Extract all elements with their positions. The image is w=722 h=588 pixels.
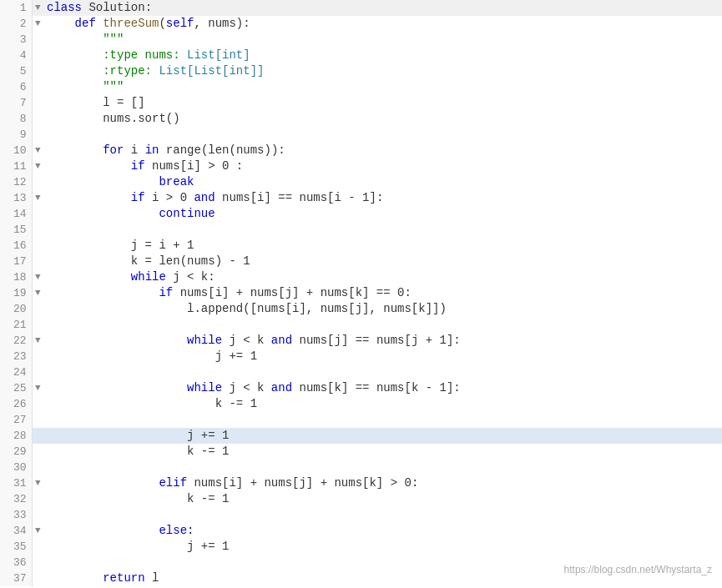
line-number: 21 <box>0 317 32 333</box>
code-line: while j < k and nums[j] == nums[j + 1]: <box>43 333 722 349</box>
code-line: else: <box>43 523 722 539</box>
code-token: self <box>166 17 194 30</box>
fold-icon[interactable]: ▼ <box>32 143 43 158</box>
code-token: """ <box>47 80 124 93</box>
line-number: 10 <box>0 143 32 158</box>
table-row: 28 j += 1 <box>0 428 722 444</box>
fold-icon <box>32 32 43 48</box>
fold-icon <box>32 127 43 143</box>
code-token <box>47 571 103 585</box>
code-token: i > 0 <box>145 191 194 204</box>
code-token: l <box>145 571 159 585</box>
fold-icon <box>32 254 43 269</box>
code-line: for i in range(len(nums)): <box>43 143 722 158</box>
line-number: 8 <box>0 111 32 127</box>
code-line: def threeSum(self, nums): <box>43 16 722 32</box>
line-number: 9 <box>0 127 32 143</box>
table-row: 33 <box>0 507 722 523</box>
fold-icon <box>32 206 43 222</box>
line-number: 2 <box>0 16 32 32</box>
fold-icon[interactable]: ▼ <box>32 158 43 174</box>
fold-icon[interactable]: ▼ <box>32 269 43 285</box>
code-token: j += 1 <box>47 429 229 442</box>
code-token: def <box>47 17 96 30</box>
code-line <box>43 507 722 523</box>
table-row: 14 continue <box>0 206 722 222</box>
fold-icon <box>32 364 43 380</box>
fold-icon[interactable]: ▼ <box>32 16 43 32</box>
fold-icon[interactable]: ▼ <box>32 475 43 491</box>
code-token: :type nums: <box>47 48 187 62</box>
line-number: 36 <box>0 555 32 570</box>
fold-icon[interactable]: ▼ <box>32 380 43 396</box>
table-row: 35 j += 1 <box>0 539 722 555</box>
code-line <box>43 317 722 333</box>
code-token: and <box>194 191 215 204</box>
code-token: nums[k] == nums[k - 1]: <box>292 381 461 395</box>
fold-icon <box>32 570 43 586</box>
line-number: 4 <box>0 48 32 63</box>
table-row: 4 :type nums: List[int] <box>0 48 722 63</box>
fold-icon[interactable]: ▼ <box>32 285 43 301</box>
line-number: 22 <box>0 333 32 349</box>
table-row: 3 """ <box>0 32 722 48</box>
code-token: else: <box>159 524 194 537</box>
table-row: 34▼ else: <box>0 523 722 539</box>
fold-icon[interactable]: ▼ <box>32 523 43 539</box>
line-number: 13 <box>0 190 32 206</box>
line-number: 20 <box>0 301 32 317</box>
code-line <box>43 555 722 570</box>
table-row: 26 k -= 1 <box>0 396 722 412</box>
line-number: 12 <box>0 174 32 190</box>
code-token: class <box>47 1 82 14</box>
table-row: 6 """ <box>0 79 722 95</box>
line-number: 23 <box>0 349 32 364</box>
code-line: k -= 1 <box>43 444 722 460</box>
table-row: 22▼ while j < k and nums[j] == nums[j + … <box>0 333 722 349</box>
line-number: 3 <box>0 32 32 48</box>
fold-icon[interactable]: ▼ <box>32 190 43 206</box>
table-row: 1▼class Solution: <box>0 0 722 16</box>
code-container: 1▼class Solution:2▼ def threeSum(self, n… <box>0 0 722 588</box>
fold-icon <box>32 460 43 475</box>
code-line: break <box>43 174 722 190</box>
code-token <box>47 524 159 537</box>
fold-icon <box>32 555 43 570</box>
code-line: """ <box>43 79 722 95</box>
line-number: 1 <box>0 0 32 16</box>
code-token: for <box>103 143 124 157</box>
code-token: nums[i] + nums[j] + nums[k] > 0: <box>187 476 418 490</box>
code-token: l.append([nums[i], nums[j], nums[k]]) <box>47 302 447 315</box>
code-token: j < k <box>222 381 271 395</box>
code-line: j += 1 <box>43 428 722 444</box>
code-token: if <box>159 286 173 299</box>
table-row: 32 k -= 1 <box>0 491 722 507</box>
code-token: j += 1 <box>47 540 229 553</box>
code-token: nums[i] == nums[i - 1]: <box>215 191 384 204</box>
code-token: :rtype: <box>47 64 159 78</box>
code-line: j += 1 <box>43 539 722 555</box>
code-token: k -= 1 <box>47 445 229 458</box>
code-token <box>47 270 131 284</box>
line-number: 19 <box>0 285 32 301</box>
code-token <box>47 191 131 204</box>
line-number: 30 <box>0 460 32 475</box>
table-row: 5 :rtype: List[List[int]] <box>0 63 722 79</box>
fold-icon[interactable]: ▼ <box>32 0 43 16</box>
line-number: 33 <box>0 507 32 523</box>
fold-icon[interactable]: ▼ <box>32 333 43 349</box>
line-number: 26 <box>0 396 32 412</box>
code-token <box>47 286 159 299</box>
code-token: j < k <box>222 334 271 347</box>
code-token <box>47 334 187 347</box>
line-number: 24 <box>0 364 32 380</box>
code-line: k -= 1 <box>43 491 722 507</box>
code-token: threeSum <box>103 17 159 30</box>
code-line <box>43 364 722 380</box>
table-row: 20 l.append([nums[i], nums[j], nums[k]]) <box>0 301 722 317</box>
fold-icon <box>32 444 43 460</box>
line-number: 32 <box>0 491 32 507</box>
code-line: while j < k: <box>43 269 722 285</box>
table-row: 36 <box>0 555 722 570</box>
table-row: 2▼ def threeSum(self, nums): <box>0 16 722 32</box>
